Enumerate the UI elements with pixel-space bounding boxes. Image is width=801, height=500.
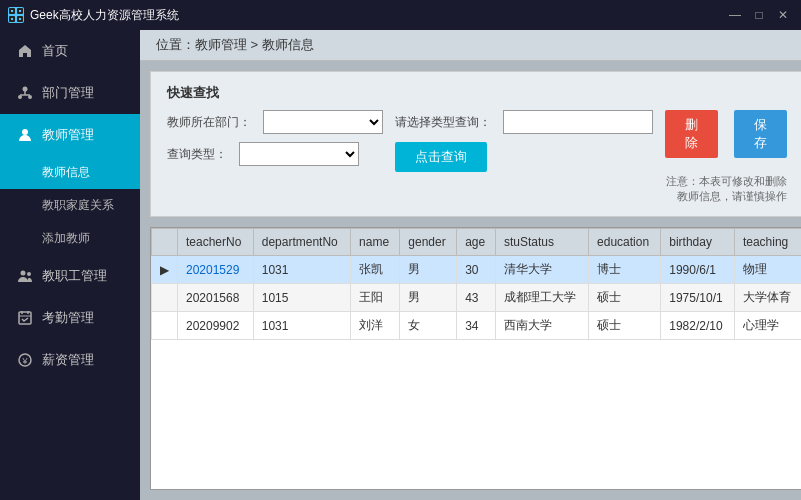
- sidebar-item-attendance[interactable]: 考勤管理: [0, 297, 140, 339]
- content-area: 位置：教师管理 > 教师信息 快速查找 教师所在部门： 查询类型：: [140, 30, 801, 500]
- col-teaching: teaching: [734, 229, 801, 256]
- sidebar-sub-teacher-family[interactable]: 教职家庭关系: [0, 189, 140, 222]
- svg-point-8: [23, 87, 28, 92]
- sidebar-item-staff[interactable]: 教职工管理: [0, 255, 140, 297]
- teacher-table: teacherNo departmentNo name gender age s…: [151, 228, 801, 340]
- sidebar-sub-teacher-info[interactable]: 教师信息: [0, 156, 140, 189]
- col-teacherNo: teacherNo: [178, 229, 254, 256]
- type-label: 请选择类型查询：: [395, 114, 491, 131]
- cell-stuStatus: 清华大学: [495, 256, 588, 284]
- svg-text:¥: ¥: [21, 356, 28, 366]
- col-departmentNo: departmentNo: [253, 229, 350, 256]
- sidebar-item-salary[interactable]: ¥ 薪资管理: [0, 339, 140, 381]
- row-arrow: [152, 284, 178, 312]
- breadcrumb: 位置：教师管理 > 教师信息: [140, 30, 801, 61]
- attendance-icon: [16, 309, 34, 327]
- cell-teaching: 大学体育: [734, 284, 801, 312]
- cell-teaching: 心理学: [734, 312, 801, 340]
- svg-rect-4: [11, 10, 13, 12]
- cell-gender: 女: [400, 312, 457, 340]
- sidebar-sub-add-teacher[interactable]: 添加教师: [0, 222, 140, 255]
- maximize-button[interactable]: □: [749, 5, 769, 25]
- sidebar-label-teacher: 教师管理: [42, 126, 94, 144]
- teacher-table-container: teacherNo departmentNo name gender age s…: [150, 227, 801, 490]
- cell-name: 刘洋: [351, 312, 400, 340]
- sidebar-label-attendance: 考勤管理: [42, 309, 94, 327]
- delete-button[interactable]: 删 除: [665, 110, 718, 158]
- table-row[interactable]: ▶202015291031张凯男30清华大学博士1990/6/1物理: [152, 256, 802, 284]
- col-name: name: [351, 229, 400, 256]
- cell-birthday: 1990/6/1: [661, 256, 735, 284]
- window-controls[interactable]: — □ ✕: [725, 5, 793, 25]
- svg-point-14: [22, 129, 28, 135]
- sidebar-item-teacher[interactable]: 教师管理: [0, 114, 140, 156]
- col-stuStatus: stuStatus: [495, 229, 588, 256]
- search-button[interactable]: 点击查询: [395, 142, 487, 172]
- quick-search-title: 快速查找: [167, 84, 787, 102]
- save-button[interactable]: 保 存: [734, 110, 787, 158]
- query-type-select[interactable]: [239, 142, 359, 166]
- cell-birthday: 1982/2/10: [661, 312, 735, 340]
- cell-name: 王阳: [351, 284, 400, 312]
- sidebar-label-home: 首页: [42, 42, 68, 60]
- teacher-icon: [16, 126, 34, 144]
- department-row: 教师所在部门：: [167, 110, 383, 134]
- table-header-row: teacherNo departmentNo name gender age s…: [152, 229, 802, 256]
- sidebar-item-dept[interactable]: 部门管理: [0, 72, 140, 114]
- table-row[interactable]: 202099021031刘洋女34西南大学硕士1982/2/10心理学: [152, 312, 802, 340]
- cell-gender: 男: [400, 284, 457, 312]
- app-logo: [8, 7, 24, 23]
- action-buttons: 删 除 保 存: [665, 110, 787, 158]
- home-icon: [16, 42, 34, 60]
- department-select[interactable]: [263, 110, 383, 134]
- app-title: Geek高校人力资源管理系统: [30, 7, 179, 24]
- cell-teacherNo: 20201568: [178, 284, 254, 312]
- title-bar-left: Geek高校人力资源管理系统: [8, 7, 179, 24]
- search-btn-row: 点击查询: [395, 142, 653, 172]
- staff-icon: [16, 267, 34, 285]
- sidebar-sub-label-family: 教职家庭关系: [42, 198, 114, 212]
- cell-age: 34: [457, 312, 496, 340]
- table-row[interactable]: 202015681015王阳男43成都理工大学硕士1975/10/1大学体育: [152, 284, 802, 312]
- cell-birthday: 1975/10/1: [661, 284, 735, 312]
- cell-stuStatus: 西南大学: [495, 312, 588, 340]
- row-arrow: [152, 312, 178, 340]
- col-gender: gender: [400, 229, 457, 256]
- cell-age: 43: [457, 284, 496, 312]
- sidebar-sub-label-add: 添加教师: [42, 231, 90, 245]
- main-layout: 首页 部门管理 教师管理: [0, 30, 801, 500]
- row-arrow: ▶: [152, 256, 178, 284]
- sidebar-label-staff: 教职工管理: [42, 267, 107, 285]
- svg-rect-17: [19, 312, 31, 324]
- sidebar: 首页 部门管理 教师管理: [0, 30, 140, 500]
- minimize-button[interactable]: —: [725, 5, 745, 25]
- salary-icon: ¥: [16, 351, 34, 369]
- sidebar-sub-label-info: 教师信息: [42, 165, 90, 179]
- cell-name: 张凯: [351, 256, 400, 284]
- svg-rect-5: [19, 10, 21, 12]
- dept-icon: [16, 84, 34, 102]
- col-age: age: [457, 229, 496, 256]
- sidebar-item-home[interactable]: 首页: [0, 30, 140, 72]
- cell-teaching: 物理: [734, 256, 801, 284]
- cell-education: 硕士: [589, 284, 661, 312]
- close-button[interactable]: ✕: [773, 5, 793, 25]
- department-label: 教师所在部门：: [167, 114, 251, 131]
- svg-rect-7: [19, 18, 21, 20]
- cell-teacherNo: 20201529: [178, 256, 254, 284]
- type-input[interactable]: [503, 110, 653, 134]
- title-bar: Geek高校人力资源管理系统 — □ ✕: [0, 0, 801, 30]
- sidebar-label-dept: 部门管理: [42, 84, 94, 102]
- cell-teacherNo: 20209902: [178, 312, 254, 340]
- cell-departmentNo: 1031: [253, 312, 350, 340]
- sidebar-label-salary: 薪资管理: [42, 351, 94, 369]
- svg-point-16: [27, 272, 31, 276]
- cell-gender: 男: [400, 256, 457, 284]
- col-arrow: [152, 229, 178, 256]
- cell-departmentNo: 1031: [253, 256, 350, 284]
- cell-age: 30: [457, 256, 496, 284]
- note-text: 注意：本表可修改和删除教师信息，请谨慎操作: [665, 174, 787, 204]
- query-type-label: 查询类型：: [167, 146, 227, 163]
- cell-stuStatus: 成都理工大学: [495, 284, 588, 312]
- quick-search-panel: 快速查找 教师所在部门： 查询类型： 请选择类型查询：: [150, 71, 801, 217]
